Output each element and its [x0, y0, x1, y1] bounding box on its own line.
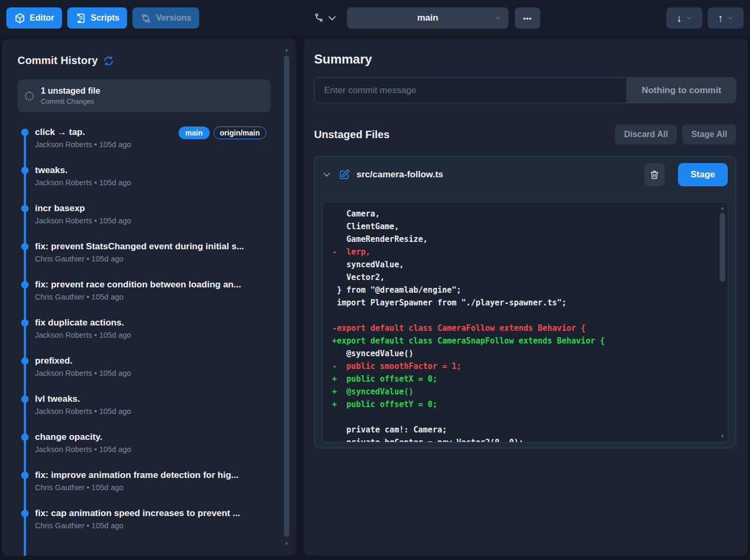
tab-editor-label: Editor: [30, 13, 54, 23]
tab-versions[interactable]: Versions: [132, 7, 199, 29]
sync-controls: ↓ ↑: [666, 7, 744, 29]
summary-title: Summary: [314, 52, 736, 67]
commit-title: incr basexp: [35, 202, 271, 215]
diff-line: [332, 309, 713, 322]
scroll-up-icon[interactable]: [718, 204, 727, 212]
unstaged-count: 1 unstaged file: [41, 86, 100, 96]
commit-title: fix: prevent race condition between load…: [35, 278, 271, 291]
scroll-down-icon[interactable]: [718, 432, 727, 440]
commit-dot-icon: [21, 129, 29, 136]
commit-title: prefixed.: [35, 355, 271, 367]
commit-dot-icon: [21, 205, 29, 212]
branch-badge: main: [178, 127, 210, 139]
commit-dot-icon: [21, 319, 29, 327]
commit-title: change opacity.: [35, 431, 271, 444]
branch-badge: origin/main: [213, 127, 266, 139]
commit-item[interactable]: incr basexp Jackson Roberts • 105d ago: [17, 202, 271, 240]
tab-editor[interactable]: Editor: [6, 7, 62, 29]
cube-icon: [14, 13, 25, 24]
diff-viewer: Camera, ClientGame, GameRenderResize, - …: [322, 202, 728, 442]
diff-line: [332, 411, 713, 423]
commit-message-input[interactable]: [315, 78, 627, 103]
chevron-down-icon: [686, 15, 692, 21]
commit-dot-icon: [21, 243, 29, 250]
versions-icon: [140, 13, 151, 24]
commit-list-scrollbar[interactable]: [282, 46, 291, 547]
stage-file-button[interactable]: Stage: [678, 163, 728, 186]
commit-item[interactable]: lvl tweaks. Jackson Roberts • 105d ago: [17, 393, 271, 431]
diff-line: import PlayerSpawner from "./player-spaw…: [332, 296, 713, 309]
commit-dot-icon: [21, 281, 29, 288]
commit-meta: Jackson Roberts • 105d ago: [35, 406, 271, 417]
chevron-down-icon: [327, 13, 337, 23]
commit-item[interactable]: fix: improve animation frame detection f…: [17, 469, 271, 507]
branch-select[interactable]: main: [347, 7, 508, 29]
commit-item[interactable]: tweaks. Jackson Roberts • 105d ago: [17, 164, 271, 202]
file-card-header: src/camera-follow.ts Stage: [315, 157, 736, 193]
refresh-icon[interactable]: [103, 56, 114, 66]
commit-button[interactable]: Nothing to commit: [627, 78, 736, 103]
commit-meta: Chris Gauthier • 105d ago: [35, 292, 271, 303]
commit-changes-label: Commit Changes: [41, 97, 100, 105]
commit-title: fix duplicate actions.: [35, 317, 271, 329]
commit-item[interactable]: fix duplicate actions. Jackson Roberts •…: [17, 317, 271, 355]
push-button[interactable]: ↑: [708, 7, 744, 29]
commit-meta: Chris Gauthier • 105d ago: [35, 482, 271, 493]
unstaged-summary-card[interactable]: 1 unstaged file Commit Changes: [17, 79, 271, 112]
commit-item[interactable]: fix: prevent race condition between load…: [17, 278, 271, 317]
diff-line: Camera,: [332, 207, 713, 220]
commit-title: tweaks.: [35, 164, 271, 177]
diff-line: ClientGame,: [332, 220, 713, 233]
diff-line: private cam!: Camera;: [332, 423, 713, 436]
commit-meta: Jackson Roberts • 105d ago: [35, 330, 271, 341]
trash-icon: [649, 170, 659, 180]
commit-dot-icon: [21, 167, 29, 174]
pull-button[interactable]: ↓: [666, 7, 702, 29]
commit-dot-icon: [21, 395, 29, 403]
more-actions-button[interactable]: •••: [515, 7, 540, 29]
collapse-chevron-icon[interactable]: [323, 170, 331, 179]
diff-line: Vector2,: [332, 271, 713, 284]
versions-page: Editor Scripts Versions: [0, 0, 750, 560]
commit-badges: mainorigin/main: [178, 127, 266, 139]
branch-menu-trigger[interactable]: [314, 7, 337, 29]
commit-meta: Jackson Roberts • 105d ago: [35, 444, 271, 455]
commit-item[interactable]: fix: prevent StatsChanged event during i…: [17, 240, 271, 278]
diff-line: + public offsetX = 0;: [332, 373, 713, 385]
file-name: src/camera-follow.ts: [356, 169, 638, 180]
commit-history-panel: Commit History 1 unstaged file Commit Ch…: [2, 39, 296, 556]
scrollbar-thumb[interactable]: [720, 213, 725, 282]
topbar: Editor Scripts Versions: [0, 0, 750, 36]
tab-scripts-label: Scripts: [91, 13, 119, 23]
commit-item[interactable]: change opacity. Jackson Roberts • 105d a…: [17, 431, 271, 469]
chevron-down-icon: [495, 15, 501, 21]
commit-item[interactable]: prefixed. Jackson Roberts • 105d ago: [17, 355, 271, 393]
discard-all-button[interactable]: Discard All: [615, 124, 677, 144]
modified-file-icon: [338, 169, 350, 180]
diff-line: - lerp,: [332, 246, 713, 258]
discard-file-button[interactable]: [645, 163, 665, 186]
scroll-icon: [75, 13, 86, 24]
tab-scripts[interactable]: Scripts: [67, 7, 127, 29]
commit-dot-icon: [21, 472, 29, 479]
commit-item[interactable]: click → tap. Jackson Roberts • 105d ago …: [17, 126, 271, 164]
unstaged-files-title: Unstaged Files: [314, 129, 610, 141]
git-branch-icon: [314, 13, 325, 23]
commit-history-title: Commit History: [17, 55, 98, 67]
commit-dot-icon: [21, 433, 29, 441]
diff-line: GameRenderResize,: [332, 233, 713, 246]
scrollbar-thumb[interactable]: [284, 56, 289, 537]
unstaged-files-header: Unstaged Files Discard All Stage All: [314, 124, 736, 144]
commit-meta: Chris Gauthier • 105d ago: [35, 520, 271, 531]
scroll-up-icon[interactable]: [282, 46, 291, 53]
diff-line: @syncedValue(): [332, 347, 713, 360]
commit-dot-icon: [21, 357, 29, 365]
commit-item[interactable]: fix: cap animation speed increases to pr…: [17, 507, 271, 545]
stage-all-button[interactable]: Stage All: [682, 124, 736, 144]
commit-title: fix: improve animation frame detection f…: [35, 469, 271, 482]
scroll-down-icon[interactable]: [282, 540, 291, 547]
commit-title: lvl tweaks.: [35, 393, 271, 405]
diff-line: +export default class CameraSnapFollow e…: [332, 335, 713, 347]
commit-meta: Jackson Roberts • 105d ago: [35, 139, 271, 150]
diff-scrollbar[interactable]: [718, 204, 727, 440]
